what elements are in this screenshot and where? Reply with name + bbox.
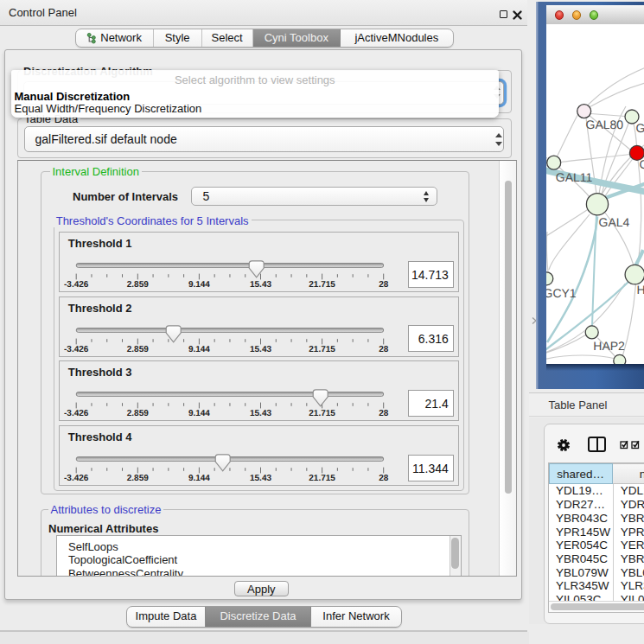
svg-text:21.715: 21.715 [309,409,335,418]
svg-text:2.859: 2.859 [127,474,149,483]
svg-text:21.715: 21.715 [309,474,335,483]
svg-text:-3.426: -3.426 [64,345,89,354]
svg-text:21.715: 21.715 [309,280,335,290]
svg-text:28: 28 [379,409,389,418]
svg-text:15.43: 15.43 [250,474,271,483]
svg-text:9.144: 9.144 [188,280,210,290]
svg-text:-3.426: -3.426 [64,474,89,483]
svg-text:CR: CR [640,157,644,171]
svg-text:9.144: 9.144 [188,345,210,354]
svg-text:28: 28 [379,474,389,483]
svg-text:GA: GA [636,121,644,135]
svg-text:-3.426: -3.426 [64,280,89,290]
svg-text:-3.426: -3.426 [64,409,89,418]
svg-text:15.43: 15.43 [250,409,271,418]
svg-text:28: 28 [379,345,389,354]
svg-text:2.859: 2.859 [127,409,149,418]
svg-text:9.144: 9.144 [188,409,210,418]
svg-text:28: 28 [379,280,389,290]
svg-text:GAL4: GAL4 [599,215,630,229]
svg-text:GCY1: GCY1 [546,286,577,300]
svg-text:21.715: 21.715 [309,345,335,354]
svg-text:HI: HI [637,283,644,296]
svg-text:15.43: 15.43 [250,280,271,290]
svg-text:2.859: 2.859 [127,345,149,354]
svg-text:GAL80: GAL80 [586,118,624,131]
svg-text:9.144: 9.144 [188,474,210,483]
svg-text:GAL11: GAL11 [556,170,593,184]
svg-text:15.43: 15.43 [250,345,271,354]
svg-text:HAP2: HAP2 [593,339,625,353]
svg-text:2.859: 2.859 [127,280,149,290]
